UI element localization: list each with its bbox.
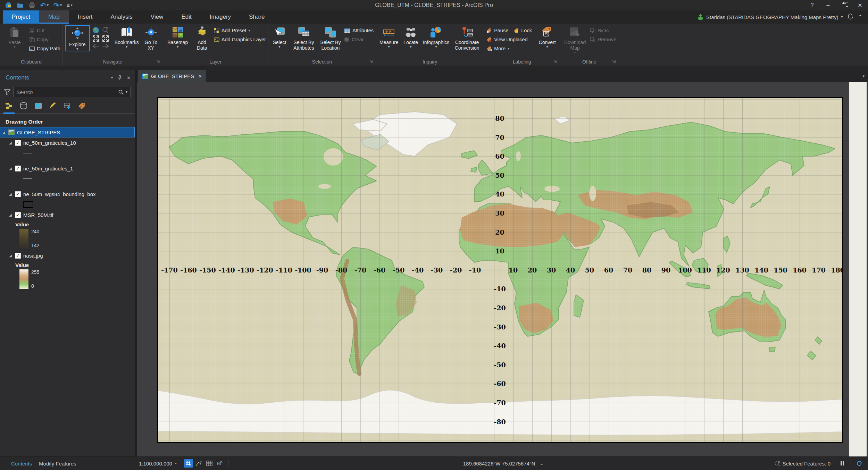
fixed-zoom-in-icon[interactable] xyxy=(92,35,100,42)
locate-button[interactable]: Locate ▾ xyxy=(402,25,420,49)
pin-icon[interactable] xyxy=(118,75,122,80)
map-scale-control[interactable]: 1:100,000,000 xyxy=(139,461,172,467)
signed-in-user[interactable]: Staridas (STARIDAS GEOGRAPHY Making Maps… xyxy=(698,14,843,20)
navigate-launcher-icon[interactable]: ⇲ xyxy=(157,59,160,64)
view-unplaced-button[interactable]: View Unplaced xyxy=(486,35,535,44)
add-graphics-layer-button[interactable]: Add Graphics Layer xyxy=(214,35,266,44)
tab-overflow-button[interactable]: ▾ xyxy=(862,70,865,82)
map-grid-button[interactable] xyxy=(184,459,193,468)
layer-checkbox[interactable]: ✓ xyxy=(15,253,21,259)
copy-path-button[interactable]: Copy Path xyxy=(29,44,60,53)
bookmarks-button[interactable]: Bookmarks ▾ xyxy=(114,25,139,49)
customize-toolbar-button[interactable]: ≡ ▾ xyxy=(67,2,73,8)
layer-row-globe-stripes[interactable]: ◢ GLOBE_STRIPES xyxy=(0,127,135,137)
selection-launcher-icon[interactable]: ⇲ xyxy=(369,59,373,64)
layer-row-graticules-1[interactable]: ◢ ✓ ne_50m_graticules_1 xyxy=(0,163,135,174)
panel-menu-caret-icon[interactable]: ▾ xyxy=(111,76,113,79)
lock-labeling-button[interactable]: Lock xyxy=(513,26,532,35)
tab-share[interactable]: Share xyxy=(240,10,274,24)
expander-icon[interactable]: ◢ xyxy=(2,131,6,134)
labeling-launcher-icon[interactable]: ⇲ xyxy=(553,59,557,64)
redo-caret-icon[interactable]: ▾ xyxy=(60,3,62,7)
map-canvas[interactable]: -170-160-150-140-130-120-110-100-90-80-7… xyxy=(137,82,868,456)
layer-row-bounding-box[interactable]: ◢ ✓ ne_50m_wgs84_bounding_box xyxy=(0,189,135,199)
layer-row-nasa-jpg[interactable]: ◢ ✓ nasa.jpg xyxy=(0,250,135,261)
tab-imagery[interactable]: Imagery xyxy=(201,10,240,24)
panel-close-icon[interactable]: ✕ xyxy=(127,75,131,81)
infographics-button[interactable]: Infographics ▾ xyxy=(422,25,450,49)
layer-row-msr-50m[interactable]: ◢ ✓ MSR_50M.tif xyxy=(0,210,135,220)
minimize-button[interactable]: – xyxy=(820,0,836,10)
tab-edit[interactable]: Edit xyxy=(172,10,200,24)
list-by-labeling-tab[interactable] xyxy=(78,102,86,114)
save-project-icon[interactable] xyxy=(5,2,12,9)
expander-icon[interactable]: ◢ xyxy=(9,167,12,170)
tab-insert[interactable]: Insert xyxy=(69,10,102,24)
pause-labeling-button[interactable]: Pause xyxy=(486,26,508,35)
attribute-table-button[interactable] xyxy=(205,459,214,468)
add-preset-button[interactable]: Add Preset ▾ xyxy=(214,26,266,35)
redo-button[interactable]: ↷ ▾ xyxy=(53,1,62,9)
open-project-icon[interactable] xyxy=(17,2,24,9)
layer-checkbox[interactable]: ✓ xyxy=(15,140,21,146)
add-data-button[interactable]: Add Data xyxy=(192,25,212,51)
restore-button[interactable] xyxy=(836,0,852,10)
close-button[interactable]: ✕ xyxy=(852,0,868,10)
help-button[interactable]: ? xyxy=(804,0,820,10)
selected-features-count[interactable]: Selected Features: 0 xyxy=(783,461,831,467)
list-by-snapping-tab[interactable] xyxy=(63,102,72,114)
list-by-drawing-order-tab[interactable] xyxy=(5,102,13,114)
contents-footer-tab[interactable]: Contents xyxy=(8,457,35,470)
coordinate-conversion-button[interactable]: Coordinate Conversion xyxy=(452,25,482,51)
map-frame[interactable]: -170-160-150-140-130-120-110-100-90-80-7… xyxy=(157,97,843,443)
undo-button[interactable]: ↶ ▾ xyxy=(40,1,49,9)
notifications-button[interactable] xyxy=(848,14,853,21)
map-document-tab[interactable]: GLOBE_STRIPES ✕ xyxy=(138,70,206,82)
undo-caret-icon[interactable]: ▾ xyxy=(47,3,49,7)
layer-checkbox[interactable]: ✓ xyxy=(15,191,21,197)
zoom-to-selected-button[interactable] xyxy=(773,459,782,468)
edit-vertices-button[interactable] xyxy=(194,459,203,468)
offline-launcher-icon[interactable]: ⇲ xyxy=(612,59,616,64)
expander-icon[interactable]: ◢ xyxy=(9,141,12,145)
list-by-selection-tab[interactable] xyxy=(34,102,42,114)
expander-icon[interactable]: ◢ xyxy=(9,192,12,196)
search-box[interactable]: ▾ xyxy=(13,87,131,97)
basemap-button[interactable]: Basemap ▾ xyxy=(165,25,190,49)
select-button[interactable]: Select ▾ xyxy=(270,25,289,49)
rectangle-symbol[interactable] xyxy=(0,199,135,210)
select-by-attributes-button[interactable]: Select By Attributes xyxy=(291,25,317,51)
tab-project[interactable]: Project xyxy=(3,10,39,24)
attributes-button[interactable]: Attributes xyxy=(344,26,374,35)
tab-view[interactable]: View xyxy=(142,10,173,24)
refresh-button[interactable] xyxy=(855,459,864,468)
collapse-ribbon-button[interactable]: ⌃ xyxy=(858,14,862,20)
fixed-zoom-out-icon[interactable] xyxy=(102,35,109,42)
north-arrow-button[interactable]: N xyxy=(215,459,224,468)
tab-map[interactable]: Map xyxy=(39,10,69,24)
tab-analysis[interactable]: Analysis xyxy=(102,10,142,24)
expander-icon[interactable]: ◢ xyxy=(9,213,12,217)
layer-row-graticules-10[interactable]: ◢ ✓ ne_50m_graticules_10 xyxy=(0,137,135,148)
layer-checkbox[interactable]: ✓ xyxy=(15,166,21,171)
more-labeling-button[interactable]: More ▾ xyxy=(486,44,535,53)
modify-features-footer-tab[interactable]: Modify Features xyxy=(35,457,80,470)
layer-checkbox[interactable]: ✓ xyxy=(15,212,21,218)
measure-button[interactable]: Measure ▾ xyxy=(378,25,400,49)
explore-button[interactable]: Explore ▾ xyxy=(65,25,90,51)
cursor-coordinates[interactable]: 189.6684226°W 75.0275674°N xyxy=(463,461,535,467)
select-by-location-button[interactable]: Select By Location xyxy=(319,25,342,51)
convert-labels-button[interactable]: A Convert ▾ xyxy=(537,25,558,49)
search-input[interactable] xyxy=(16,89,118,95)
line-symbol[interactable] xyxy=(0,148,135,158)
pause-drawing-button[interactable] xyxy=(838,459,847,468)
expander-icon[interactable]: ◢ xyxy=(9,254,12,258)
full-extent-globe-icon[interactable] xyxy=(92,26,100,34)
scale-caret-icon[interactable]: ▾ xyxy=(175,462,177,465)
filter-icon[interactable] xyxy=(4,89,10,95)
list-by-editing-tab[interactable] xyxy=(49,102,57,114)
search-icon[interactable] xyxy=(118,90,124,95)
line-symbol[interactable] xyxy=(0,174,135,184)
go-to-xy-button[interactable]: Go To XY xyxy=(141,25,161,51)
coordinates-caret-icon[interactable]: ⌄ xyxy=(540,460,544,467)
